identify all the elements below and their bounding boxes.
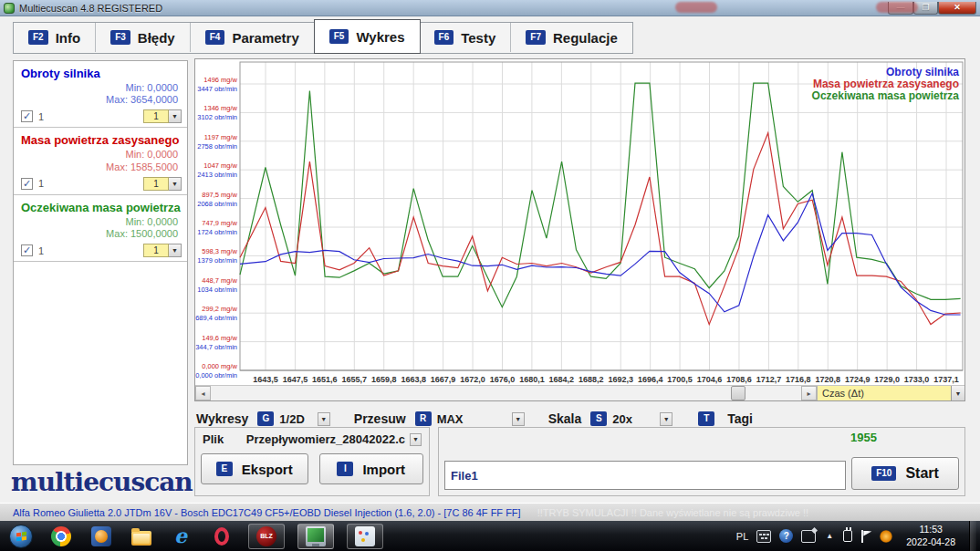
- app-icon: [4, 3, 15, 14]
- blz-app-taskbar-button[interactable]: [248, 524, 285, 549]
- tab-regulacje[interactable]: F7Regulacje: [511, 23, 632, 52]
- paint-taskbar-button[interactable]: [347, 524, 383, 549]
- parameter-scale-combo[interactable]: 1▼: [143, 244, 182, 257]
- parameter-scale-value: 1: [143, 177, 169, 191]
- chart-scrollbar: ◂ ▸ Czas (Δt) ▼: [195, 385, 964, 400]
- svg-text:1651,6: 1651,6: [312, 375, 338, 384]
- power-icon[interactable]: [843, 530, 852, 542]
- export-button-label: Eksport: [242, 462, 293, 477]
- tab-label: Parametry: [232, 30, 298, 46]
- svg-text:2758 obr/min: 2758 obr/min: [197, 142, 237, 151]
- svg-text:1676,0: 1676,0: [490, 375, 516, 384]
- action-center-flag-icon[interactable]: [860, 530, 871, 543]
- svg-text:598,3 mg/w: 598,3 mg/w: [202, 247, 237, 255]
- legend-item: Masa powietrza zasysanego: [813, 78, 959, 90]
- system-tray: PL ?▲ 11:53 2022-04-28: [736, 521, 980, 551]
- taskbar-clock[interactable]: 11:53 2022-04-28: [901, 524, 961, 548]
- svg-text:2413 obr/min: 2413 obr/min: [197, 171, 237, 179]
- parameter-name: Oczekiwana masa powietrza: [21, 201, 182, 214]
- parameter-minmax: Min: 0,0000Max: 1585,5000: [21, 149, 182, 172]
- parameter-minmax: Min: 0,0000Max: 3654,0000: [21, 82, 182, 106]
- tags-label[interactable]: Tagi: [727, 411, 753, 426]
- tab-label: Wykres: [356, 29, 404, 45]
- parameter-checkbox[interactable]: ✓: [21, 110, 33, 122]
- language-indicator[interactable]: PL: [736, 531, 748, 542]
- scale-combo[interactable]: 20x ▼: [612, 412, 672, 426]
- shift-combo[interactable]: MAX ▼: [437, 412, 525, 426]
- svg-text:3102 obr/min: 3102 obr/min: [197, 113, 237, 121]
- tab-label: Błędy: [138, 30, 175, 46]
- record-panel: 1955 F10 Start: [438, 427, 965, 496]
- chrome-icon: [51, 526, 71, 546]
- tablet-icon[interactable]: [801, 530, 816, 543]
- tab-testy[interactable]: F6Testy: [420, 23, 512, 52]
- simulation-notice: !!TRYB SYMULACJI !! Dane wyświetlane nie…: [537, 507, 809, 518]
- svg-text:1700,5: 1700,5: [667, 375, 693, 384]
- opera-taskbar-button[interactable]: [208, 523, 235, 550]
- tab-wykres[interactable]: F5Wykres: [314, 19, 421, 54]
- windows-start-taskbar-button[interactable]: [7, 523, 35, 550]
- show-desktop-button[interactable]: [969, 521, 976, 551]
- hidden-icons-caret-icon[interactable]: ▲: [824, 530, 835, 543]
- svg-text:299,2 mg/w: 299,2 mg/w: [202, 305, 237, 313]
- graphs-combo[interactable]: 1/2D ▼: [279, 412, 329, 426]
- chrome-taskbar-button[interactable]: [47, 523, 75, 550]
- parameter-sidebar: Obroty silnikaMin: 0,0000Max: 3654,0000✓…: [13, 60, 188, 465]
- svg-text:344,7 obr/min: 344,7 obr/min: [195, 343, 237, 351]
- line-chart: 1643,51647,51651,61655,71659,81663,81667…: [195, 59, 964, 384]
- tab-błędy[interactable]: F3Błędy: [96, 23, 191, 52]
- title-bar: Multiecuscan 4.8 REGISTERED — ❐ ✕: [0, 0, 980, 16]
- file-explorer-taskbar-button[interactable]: [128, 523, 155, 550]
- file-dropdown[interactable]: Przepływomierz_28042022.c ▼: [246, 432, 422, 446]
- parameter-scale-combo[interactable]: 1▼: [143, 109, 182, 123]
- export-button[interactable]: E Eksport: [201, 453, 308, 484]
- svg-text:1643,5: 1643,5: [253, 375, 278, 384]
- tray-icons: ?▲: [756, 529, 892, 543]
- scroll-thumb[interactable]: [731, 386, 745, 400]
- parameter-max: Max: 3654,0000: [21, 94, 178, 106]
- parameter-scale-combo[interactable]: 1▼: [143, 177, 182, 191]
- tab-key-badge: F2: [28, 30, 48, 45]
- start-button[interactable]: F10 Start: [851, 457, 959, 490]
- parameter-checkbox[interactable]: ✓: [21, 178, 33, 190]
- graphs-label: Wykresy: [196, 411, 248, 426]
- media-player-taskbar-button[interactable]: [88, 523, 115, 550]
- chevron-down-icon: ▼: [169, 244, 182, 257]
- multiecuscan-app-taskbar-button[interactable]: [297, 524, 334, 549]
- hardware-spark-icon[interactable]: [880, 530, 892, 543]
- scale-label: Skala: [548, 411, 582, 426]
- tab-parametry[interactable]: F4Parametry: [191, 23, 315, 52]
- scroll-right-arrow[interactable]: ▸: [801, 386, 817, 400]
- x-axis-combo[interactable]: Czas (Δt) ▼: [817, 386, 964, 400]
- filename-input[interactable]: [444, 461, 846, 490]
- svg-text:2068 obr/min: 2068 obr/min: [197, 200, 237, 208]
- parameter-name: Obroty silnika: [21, 67, 182, 80]
- parameter-channel: 1: [38, 245, 44, 256]
- scroll-track[interactable]: [211, 386, 801, 400]
- scale-combo-value: 20x: [612, 412, 647, 426]
- tab-info[interactable]: F2Info: [14, 23, 96, 52]
- vehicle-info: Alfa Romeo Giulietta 2.0 JTDm 16V - Bosc…: [13, 507, 521, 518]
- svg-text:3447 obr/min: 3447 obr/min: [197, 85, 237, 93]
- parameter-channel: 1: [38, 178, 44, 189]
- taskbar-app-icons: [0, 523, 383, 550]
- internet-explorer-taskbar-button[interactable]: [168, 523, 195, 550]
- import-button[interactable]: I Import: [319, 453, 424, 484]
- svg-text:1379 obr/min: 1379 obr/min: [197, 256, 237, 265]
- multiecuscan-logo: multiecuscan: [11, 467, 193, 497]
- help-icon[interactable]: ?: [779, 529, 793, 543]
- legend-item: Obroty silnika: [886, 66, 959, 78]
- scroll-left-arrow[interactable]: ◂: [195, 386, 211, 400]
- chevron-down-icon: ▼: [318, 412, 330, 426]
- close-button[interactable]: ✕: [938, 2, 976, 15]
- svg-text:1729,0: 1729,0: [874, 375, 900, 384]
- svg-text:1496 mg/w: 1496 mg/w: [203, 76, 237, 84]
- taskbar: PL ?▲ 11:53 2022-04-28: [0, 521, 980, 551]
- parameter-minmax: Min: 0,0000Max: 1500,0000: [21, 216, 182, 240]
- shift-label: Przesuw: [354, 411, 406, 426]
- svg-text:1712,7: 1712,7: [756, 375, 782, 384]
- parameter-checkbox[interactable]: ✓: [21, 244, 33, 256]
- shift-combo-value: MAX: [437, 412, 499, 426]
- keyboard-icon[interactable]: [756, 530, 771, 543]
- svg-text:448,7 mg/w: 448,7 mg/w: [202, 276, 237, 285]
